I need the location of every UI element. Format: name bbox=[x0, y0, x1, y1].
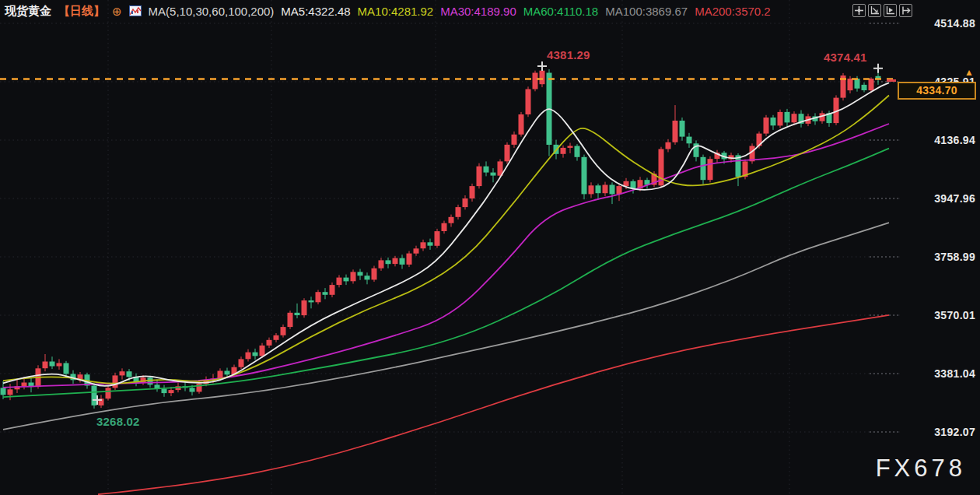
ma10-value-label: MA10:4281.92 bbox=[358, 5, 434, 18]
price-tick-label: 4514.88 bbox=[907, 17, 975, 30]
fx678-watermark: FX678 bbox=[876, 455, 966, 483]
ma100-value-label: MA100:3869.67 bbox=[605, 5, 688, 18]
ma30-value-label: MA30:4189.90 bbox=[440, 5, 516, 18]
ma-line-ma60 bbox=[3, 149, 889, 398]
swing-low-label: 3268.02 bbox=[96, 415, 140, 428]
price-tick-label: 3192.07 bbox=[907, 426, 975, 438]
price-tick-label: 3758.99 bbox=[907, 251, 975, 263]
ma-parameters-label: MA(5,10,30,60,100,200) bbox=[149, 5, 275, 18]
symbol-name[interactable]: 现货黄金 bbox=[5, 4, 51, 19]
last-tick-mark bbox=[887, 79, 896, 82]
chart-header: 现货黄金 【日线】 ⊕ MA(5,10,30,60,100,200) MA5:4… bbox=[5, 3, 771, 19]
ma5-value-label: MA5:4322.48 bbox=[281, 5, 350, 18]
current-price-tag: 4334.70 bbox=[898, 82, 976, 100]
ma-line-ma100 bbox=[3, 223, 889, 430]
scroll-to-latest-button[interactable]: ▲ bbox=[964, 67, 974, 78]
ma-indicator-icon bbox=[129, 5, 142, 17]
add-indicator-icon[interactable]: ⊕ bbox=[112, 5, 122, 17]
go-to-realtime-icon[interactable] bbox=[899, 4, 912, 17]
price-scale-icon[interactable] bbox=[868, 4, 881, 17]
ma60-value-label: MA60:4110.18 bbox=[523, 5, 598, 18]
chart-toolbar bbox=[852, 4, 912, 17]
ma200-value-label: MA200:3570.2 bbox=[695, 5, 771, 18]
recent-high-label: 4374.41 bbox=[824, 51, 867, 64]
ma-lines bbox=[3, 82, 889, 494]
price-tick-label: 4136.94 bbox=[907, 134, 975, 146]
trading-chart-window: 现货黄金 【日线】 ⊕ MA(5,10,30,60,100,200) MA5:4… bbox=[0, 0, 980, 495]
auto-play-icon[interactable] bbox=[884, 4, 897, 17]
price-tick-label: 3570.01 bbox=[907, 309, 975, 321]
price-tick-label: 3381.04 bbox=[907, 367, 975, 380]
peak-high-label: 4381.29 bbox=[547, 48, 590, 61]
price-tick-label: 3947.96 bbox=[907, 192, 975, 205]
crosshair-move-icon[interactable] bbox=[852, 4, 866, 17]
ma-line-ma200 bbox=[98, 315, 889, 494]
timeframe-selector[interactable]: 【日线】 bbox=[58, 4, 105, 19]
ma-line-ma30 bbox=[3, 124, 889, 388]
price-chart-canvas[interactable] bbox=[0, 0, 980, 495]
